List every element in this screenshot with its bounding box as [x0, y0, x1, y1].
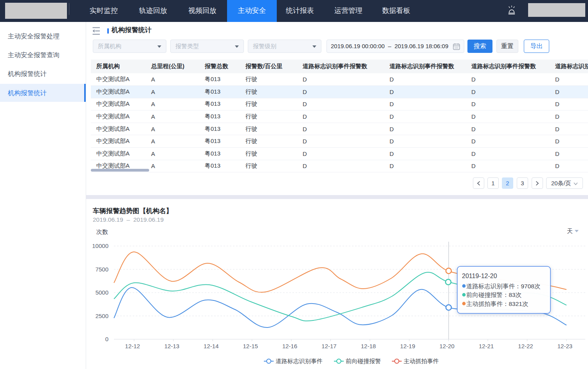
svg-text:12-19: 12-19 — [400, 343, 415, 349]
svg-text:5000: 5000 — [96, 289, 108, 296]
svg-text:20119-12-20: 20119-12-20 — [462, 273, 497, 279]
svg-text:12-17: 12-17 — [321, 343, 336, 349]
svg-text:前向碰撞报警：83次: 前向碰撞报警：83次 — [466, 291, 521, 298]
svg-text:主动抓拍事件：8321次: 主动抓拍事件：8321次 — [466, 300, 528, 307]
svg-text:12-23: 12-23 — [557, 343, 572, 349]
svg-text:12-18: 12-18 — [361, 343, 376, 349]
svg-text:道路标志识别事件: 道路标志识别事件 — [276, 358, 323, 364]
svg-text:道路标志识别事件：9708次: 道路标志识别事件：9708次 — [466, 283, 540, 289]
svg-text:前向碰撞报警: 前向碰撞报警 — [346, 358, 381, 364]
svg-text:12-16: 12-16 — [282, 343, 297, 349]
svg-text:12-13: 12-13 — [164, 343, 179, 349]
svg-text:10000: 10000 — [92, 242, 108, 249]
svg-text:12-20: 12-20 — [440, 343, 455, 349]
svg-text:12-15: 12-15 — [243, 343, 258, 349]
svg-text:12-22: 12-22 — [518, 343, 533, 349]
svg-text:12-14: 12-14 — [204, 343, 218, 349]
svg-text:12-21: 12-21 — [479, 343, 494, 349]
svg-text:主动抓拍事件: 主动抓拍事件 — [404, 358, 439, 364]
svg-text:7500: 7500 — [96, 266, 108, 273]
svg-text:12-12: 12-12 — [125, 343, 140, 349]
svg-text:2500: 2500 — [96, 313, 108, 319]
svg-text:0: 0 — [105, 336, 108, 342]
